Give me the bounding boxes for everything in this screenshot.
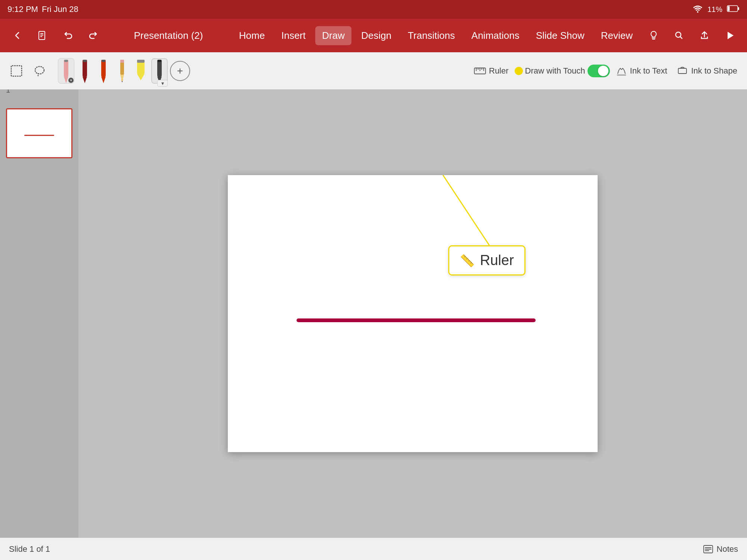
nav-draw[interactable]: Draw <box>315 26 351 45</box>
svg-rect-12 <box>83 60 87 77</box>
slide-thumbnail-wrapper: 1 <box>6 97 72 158</box>
nav-review[interactable]: Review <box>594 26 639 45</box>
drawn-line <box>297 318 536 322</box>
play-button[interactable] <box>719 24 741 47</box>
svg-rect-2 <box>728 6 730 11</box>
draw-with-touch-label: Draw with Touch <box>525 66 585 76</box>
svg-rect-15 <box>101 60 106 77</box>
status-left: 9:12 PM Fri Jun 28 <box>7 4 78 14</box>
svg-rect-24 <box>137 60 145 63</box>
slide-panel: 1 <box>0 90 78 538</box>
svg-line-37 <box>443 175 489 245</box>
pen-tool-pencil[interactable] <box>114 58 130 84</box>
file-button[interactable] <box>31 24 54 47</box>
battery-display: 11% <box>707 5 722 14</box>
slide-thumbnail[interactable] <box>6 108 72 158</box>
nav-slideshow[interactable]: Slide Show <box>529 26 591 45</box>
back-button[interactable] <box>6 24 28 47</box>
time-display: 9:12 PM <box>7 4 38 14</box>
svg-rect-17 <box>102 60 105 62</box>
svg-marker-16 <box>101 77 106 83</box>
thumb-drawn-line <box>24 135 54 136</box>
undo-button[interactable] <box>57 24 79 47</box>
bottom-bar: Slide 1 of 1 Notes <box>0 538 747 560</box>
svg-rect-9 <box>64 60 68 77</box>
nav-transitions[interactable]: Transitions <box>401 26 462 45</box>
ink-to-text-button[interactable]: Ink to Text <box>612 63 671 79</box>
pointer-svg <box>228 175 598 452</box>
ruler-tooltip[interactable]: 📏 Ruler <box>448 245 526 276</box>
pen-dropdown-arrow: ▾ <box>68 78 74 83</box>
pen-tool-highlighter[interactable] <box>133 58 149 84</box>
svg-point-7 <box>35 66 44 74</box>
add-tool-button[interactable]: + <box>170 61 190 81</box>
svg-rect-19 <box>120 60 124 63</box>
date-display: Fri Jun 28 <box>42 4 78 14</box>
notes-button[interactable]: Notes <box>703 544 738 554</box>
toggle-indicator-dot <box>515 67 523 75</box>
svg-marker-5 <box>728 32 734 39</box>
ruler-tooltip-icon: 📏 <box>460 253 475 268</box>
toolbar-divider-1 <box>54 62 54 80</box>
slide-canvas[interactable]: 📏 Ruler <box>228 175 598 452</box>
battery-icon <box>727 5 740 14</box>
ink-to-shape-label: Ink to Shape <box>691 66 737 76</box>
toggle-knob <box>598 66 608 76</box>
nav-design[interactable]: Design <box>354 26 398 45</box>
svg-rect-14 <box>83 60 87 62</box>
draw-toolbar: ▾ <box>0 52 747 90</box>
status-bar: 9:12 PM Fri Jun 28 11% <box>0 0 747 19</box>
svg-marker-10 <box>64 77 68 83</box>
search-button[interactable] <box>668 24 690 47</box>
select-rect-button[interactable] <box>6 57 27 84</box>
svg-marker-13 <box>83 77 87 83</box>
svg-rect-26 <box>157 60 162 77</box>
pen-tool-orange[interactable] <box>95 58 112 84</box>
nav-insert[interactable]: Insert <box>275 26 312 45</box>
pen-tool-darkred[interactable] <box>77 58 93 84</box>
slide-number: 1 <box>6 90 10 94</box>
svg-rect-6 <box>11 66 22 76</box>
draw-with-touch-toggle[interactable] <box>588 65 610 77</box>
ink-to-shape-button[interactable]: Ink to Shape <box>673 63 741 79</box>
svg-rect-1 <box>738 7 739 10</box>
ruler-label: Ruler <box>489 66 509 76</box>
svg-marker-25 <box>137 74 145 80</box>
svg-rect-11 <box>64 60 68 62</box>
lightbulb-button[interactable] <box>642 24 665 47</box>
svg-rect-36 <box>678 68 686 74</box>
ruler-button[interactable]: Ruler <box>470 64 512 78</box>
pen-tool-pink[interactable]: ▾ <box>58 58 74 84</box>
presentation-title: Presentation (2) <box>134 30 203 41</box>
nav-animations[interactable]: Animations <box>465 26 526 45</box>
menu-bar: Presentation (2) Home Insert Draw Design… <box>0 19 747 52</box>
select-lasso-button[interactable] <box>29 57 50 84</box>
slide-canvas-area: 📏 Ruler <box>78 90 747 538</box>
svg-rect-28 <box>158 60 161 62</box>
notes-label: Notes <box>717 544 738 554</box>
ink-to-text-label: Ink to Text <box>630 66 667 76</box>
share-button[interactable] <box>693 24 716 47</box>
slide-count-text: Slide 1 of 1 <box>9 544 50 554</box>
main-content: 1 📏 Ruler <box>0 90 747 538</box>
wifi-icon <box>692 4 703 15</box>
ruler-tooltip-label: Ruler <box>480 252 514 268</box>
status-right: 11% <box>692 4 740 15</box>
nav-home[interactable]: Home <box>232 26 272 45</box>
pen-tool-dark[interactable]: ▾ <box>151 58 168 84</box>
redo-button[interactable] <box>82 24 105 47</box>
